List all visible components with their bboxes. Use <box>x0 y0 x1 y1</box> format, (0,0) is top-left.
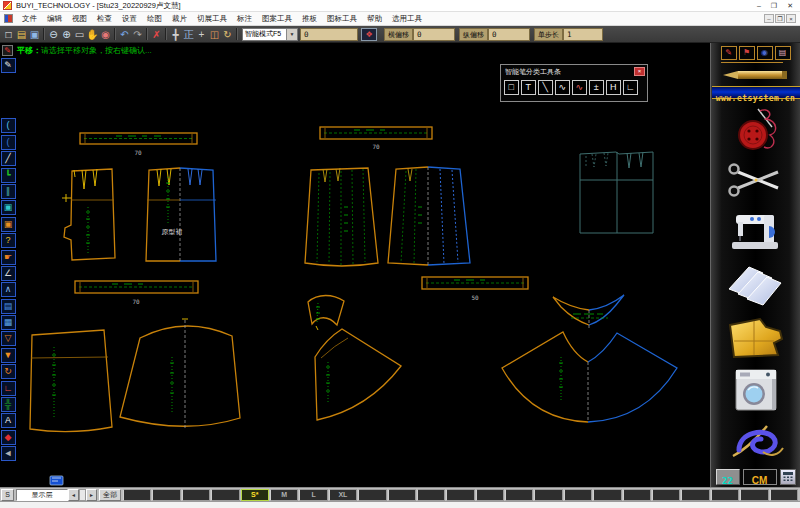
coord-input[interactable]: 0 <box>300 28 358 41</box>
fabric-sheets-image-button[interactable] <box>725 261 787 309</box>
window-tool[interactable]: ▤ <box>1 299 16 314</box>
menu-item-annotation[interactable]: 标注 <box>232 12 257 25</box>
unit-button[interactable]: CM <box>743 469 777 485</box>
size-segment[interactable] <box>211 489 239 501</box>
arc-tool[interactable]: ( <box>1 135 16 150</box>
badge-icon[interactable]: ◉ <box>757 46 773 60</box>
curve-edit-tool-button[interactable]: ∿ <box>572 80 587 95</box>
size-segment[interactable] <box>182 489 210 501</box>
mdi-minimize-button[interactable]: – <box>764 14 774 23</box>
pencil-tool[interactable]: ╱ <box>1 151 16 166</box>
menu-item-optional-tools[interactable]: 选用工具 <box>387 12 427 25</box>
website-banner[interactable]: www.etsystem.cn <box>712 86 800 99</box>
dart-tool[interactable]: ▼ <box>1 348 16 363</box>
axis-tool[interactable]: ┗ <box>1 168 16 183</box>
menu-item-grading[interactable]: 推板 <box>297 12 322 25</box>
red-pen-icon[interactable]: ✎ <box>721 46 737 60</box>
menu-item-pieces[interactable]: 裁片 <box>167 12 192 25</box>
rect-tool-button[interactable]: □ <box>504 80 519 95</box>
circle-skirt-piece[interactable] <box>502 332 677 422</box>
button-thread-image[interactable] <box>728 105 784 153</box>
size-segment[interactable] <box>476 489 504 501</box>
size-display[interactable]: 22 <box>716 469 740 485</box>
sewing-machine-image-button[interactable] <box>726 208 786 256</box>
waistband-piece-b[interactable]: 70 <box>320 127 432 150</box>
front-skirt-piece[interactable] <box>62 169 115 260</box>
ruler-tool[interactable]: ∟ <box>1 381 16 396</box>
compass-tool[interactable]: ∧ <box>1 282 16 297</box>
yarn-swirl-image-button[interactable] <box>725 420 787 464</box>
mdi-restore-button[interactable]: ❐ <box>775 14 785 23</box>
back-skirt-piece[interactable]: 原型裙 <box>146 168 216 261</box>
align-tool-button[interactable]: 正 <box>182 27 195 42</box>
size-segment[interactable] <box>770 489 798 501</box>
mdi-close-button[interactable]: × <box>786 14 796 23</box>
zoom-in-button[interactable]: ⊕ <box>60 27 73 42</box>
basic-block-piece[interactable] <box>580 152 653 233</box>
size-segment[interactable] <box>681 489 709 501</box>
angle-tool[interactable]: ∠ <box>1 266 16 281</box>
back-slash-piece[interactable] <box>388 167 470 265</box>
calculator-button[interactable] <box>780 469 796 485</box>
pan-hand-button[interactable]: ✋ <box>86 27 99 42</box>
size-segment[interactable] <box>564 489 592 501</box>
mode-select[interactable]: 智能模式F5 ▼ <box>242 28 298 41</box>
measure-tool-button[interactable]: ± <box>589 80 604 95</box>
canvas-window-icon[interactable] <box>50 476 63 485</box>
grid-tool[interactable]: ╬ <box>1 397 16 412</box>
size-segment-l[interactable]: L <box>299 489 327 501</box>
menu-item-view[interactable]: 视图 <box>67 12 92 25</box>
menu-item-settings[interactable]: 设置 <box>117 12 142 25</box>
size-segment-s[interactable]: S* <box>241 489 269 501</box>
redo-button[interactable]: ↷ <box>131 27 144 42</box>
add-point-button[interactable]: + <box>195 27 208 42</box>
help-tool[interactable]: ? <box>1 233 16 248</box>
size-segment[interactable] <box>152 489 180 501</box>
curve-point-tool[interactable]: ( <box>1 118 16 133</box>
restore-button[interactable]: ❐ <box>771 1 777 11</box>
washing-machine-image-button[interactable] <box>728 366 784 414</box>
menu-item-draw[interactable]: 绘图 <box>142 12 167 25</box>
close-button[interactable]: ✕ <box>787 1 793 11</box>
minimize-button[interactable]: – <box>757 1 761 11</box>
size-segment[interactable] <box>740 489 768 501</box>
line-tool-button[interactable]: ╲ <box>538 80 553 95</box>
funnel-tool[interactable]: ▽ <box>1 331 16 346</box>
offset-v-input[interactable]: 0 <box>488 28 530 41</box>
save-file-button[interactable]: ▣ <box>28 27 41 42</box>
size-segment[interactable] <box>505 489 533 501</box>
waistband-piece-d[interactable]: 50 <box>422 277 528 301</box>
close-icon[interactable]: × <box>634 67 645 76</box>
flag-icon[interactable]: ⚑ <box>739 46 755 60</box>
yoke-piece[interactable] <box>553 295 624 329</box>
stamp-tool-button[interactable]: ◫ <box>208 27 221 42</box>
front-slash-piece[interactable] <box>305 168 378 266</box>
curve-tool-button[interactable]: ∿ <box>555 80 570 95</box>
undo-button[interactable]: ↶ <box>118 27 131 42</box>
size-segment-m[interactable]: M <box>270 489 298 501</box>
gore-panel-piece[interactable] <box>30 330 112 432</box>
piece-tool[interactable]: ◆ <box>1 430 16 445</box>
size-segment[interactable] <box>534 489 562 501</box>
size-segment[interactable] <box>417 489 445 501</box>
h-line-tool-button[interactable]: H <box>606 80 621 95</box>
drawing-canvas[interactable]: 70 70 <box>16 57 710 487</box>
flared-panel-piece[interactable] <box>315 329 401 420</box>
zoom-out-button[interactable]: ⊖ <box>47 27 60 42</box>
pencil-image-button[interactable] <box>721 69 791 81</box>
offset-h-input[interactable]: 0 <box>413 28 455 41</box>
menu-item-file[interactable]: 文件 <box>17 12 42 25</box>
zoom-region-button[interactable]: ◉ <box>99 27 112 42</box>
menu-item-pattern-tools[interactable]: 图案工具 <box>257 12 297 25</box>
capture-button[interactable]: ❖ <box>361 28 377 41</box>
menu-item-slash-tools[interactable]: 切展工具 <box>192 12 232 25</box>
size-segment[interactable] <box>388 489 416 501</box>
rotate-tool-button[interactable]: ↻ <box>221 27 234 42</box>
deselect-button[interactable]: ✗ <box>150 27 163 42</box>
waistband-piece-a[interactable]: 70 <box>80 133 197 156</box>
chart-tool[interactable]: ▦ <box>1 315 16 330</box>
corner-tool-button[interactable]: ∟ <box>623 80 638 95</box>
select-piece-tool[interactable]: ◄ <box>1 446 16 461</box>
text-label-tool[interactable]: A <box>1 413 16 428</box>
layer-prev-button[interactable]: ◄ <box>68 489 79 501</box>
